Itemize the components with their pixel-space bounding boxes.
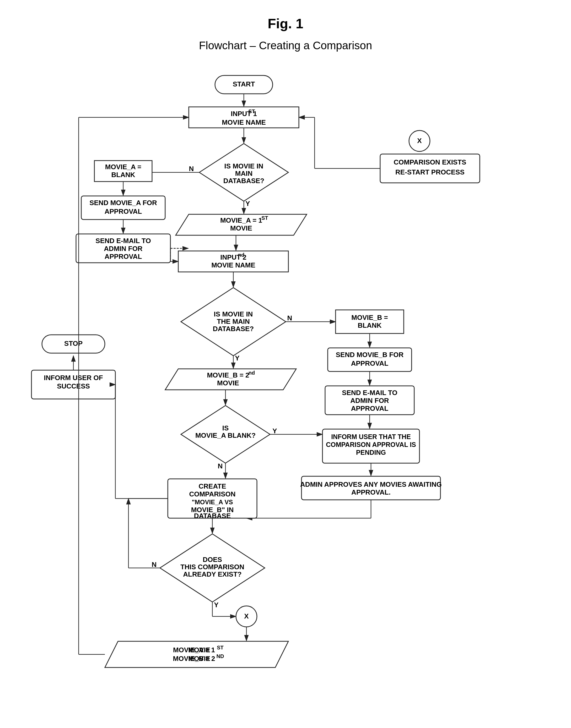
svg-text:ADMIN APPROVES ANY MOVIES AWAI: ADMIN APPROVES ANY MOVIES AWAITING (300, 480, 442, 488)
svg-rect-50 (328, 348, 412, 372)
page-title: Fig. 1 (0, 0, 571, 39)
svg-text:MOVIE_A = 1: MOVIE_A = 1 (173, 646, 215, 654)
svg-text:ALREADY EXIST?: ALREADY EXIST? (183, 570, 241, 578)
svg-text:START: START (233, 80, 255, 88)
svg-text:THIS COMPARISON: THIS COMPARISON (181, 563, 244, 571)
svg-rect-19 (81, 196, 165, 220)
svg-rect-4 (189, 107, 299, 128)
svg-marker-61 (165, 369, 296, 390)
svg-text:"MOVIE_A VS: "MOVIE_A VS (192, 498, 233, 505)
svg-text:N: N (152, 561, 157, 568)
svg-text:MOVIE_A = 1: MOVIE_A = 1 (220, 216, 262, 224)
svg-text:MOVIE NAME: MOVIE NAME (211, 261, 255, 269)
svg-text:IS MOVIE IN: IS MOVIE IN (224, 162, 263, 170)
svg-text:N: N (189, 165, 194, 173)
svg-text:COMPARISON APPROVAL IS: COMPARISON APPROVAL IS (326, 441, 416, 448)
svg-text:Y: Y (245, 199, 250, 207)
svg-marker-30 (176, 214, 307, 235)
svg-text:SEND MOVIE_B FOR: SEND MOVIE_B FOR (336, 351, 404, 358)
svg-text:COMPARISON EXISTS: COMPARISON EXISTS (394, 158, 466, 166)
svg-text:COMPARISON: COMPARISON (189, 490, 235, 498)
svg-text:BLANK: BLANK (111, 171, 135, 179)
svg-text:MOVIE_B = 2: MOVIE_B = 2 (173, 654, 215, 663)
svg-text:MOVIE_B = 2: MOVIE_B = 2 (207, 371, 249, 379)
svg-text:SEND E-MAIL TO: SEND E-MAIL TO (342, 389, 397, 397)
svg-text:INPUT 2: INPUT 2 (220, 253, 246, 261)
svg-rect-1 (215, 76, 273, 94)
svg-text:ST: ST (217, 645, 224, 650)
svg-text:ADMIN FOR: ADMIN FOR (350, 397, 389, 405)
svg-text:APPROVAL.: APPROVAL. (351, 488, 390, 496)
svg-text:IS MOVIE IN: IS MOVIE IN (214, 310, 253, 318)
svg-text:MOVIE_B" IN: MOVIE_B" IN (191, 506, 234, 514)
svg-text:MOVIE: MOVIE (188, 646, 210, 654)
svg-marker-40 (181, 288, 286, 356)
svg-text:X: X (244, 612, 249, 620)
svg-text:ST: ST (261, 215, 268, 221)
svg-rect-23 (76, 234, 170, 263)
svg-text:PENDING: PENDING (356, 449, 386, 456)
svg-text:APPROVAL: APPROVAL (105, 207, 142, 215)
svg-text:INPUT 1: INPUT 1 (231, 110, 257, 118)
svg-text:APPROVAL: APPROVAL (351, 405, 388, 412)
svg-text:APPROVAL: APPROVAL (351, 359, 388, 367)
svg-text:IS: IS (222, 424, 229, 432)
svg-marker-93 (160, 534, 265, 602)
svg-text:nd: nd (238, 252, 244, 258)
svg-rect-15 (94, 161, 152, 181)
svg-text:DATABASE?: DATABASE? (223, 177, 264, 185)
svg-rect-54 (325, 386, 414, 415)
svg-text:MOVIE: MOVIE (188, 654, 210, 663)
svg-text:MAIN: MAIN (235, 169, 252, 177)
svg-text:X: X (417, 137, 422, 145)
svg-rect-126 (42, 335, 105, 353)
svg-text:Y: Y (214, 601, 218, 609)
svg-text:RE-START PROCESS: RE-START PROCESS (395, 168, 465, 176)
svg-rect-77 (302, 476, 440, 500)
svg-rect-86 (168, 479, 257, 518)
svg-text:MOVIE: MOVIE (217, 379, 239, 387)
svg-text:N: N (287, 314, 292, 322)
svg-text:DATABASE: DATABASE (194, 512, 231, 520)
svg-text:ADMIN FOR: ADMIN FOR (104, 245, 143, 253)
svg-text:MOVIE: MOVIE (230, 224, 252, 232)
svg-text:Y: Y (235, 354, 239, 362)
svg-text:CREATE: CREATE (199, 482, 226, 490)
svg-text:INFORM USER OF: INFORM USER OF (44, 374, 103, 382)
svg-rect-72 (323, 429, 420, 463)
svg-text:DOES: DOES (203, 556, 222, 564)
svg-point-114 (409, 130, 430, 151)
subtitle: Flowchart – Creating a Comparison (0, 39, 571, 52)
svg-text:INFORM USER THAT THE: INFORM USER THAT THE (331, 433, 411, 440)
svg-rect-46 (336, 310, 404, 333)
svg-point-104 (236, 606, 257, 627)
svg-text:nd: nd (248, 370, 255, 376)
svg-text:DATABASE?: DATABASE? (213, 325, 254, 333)
svg-text:APPROVAL: APPROVAL (105, 253, 142, 260)
svg-text:MOVIE_B =: MOVIE_B = (351, 314, 388, 321)
svg-text:THE MAIN: THE MAIN (217, 317, 250, 325)
svg-marker-66 (181, 406, 270, 463)
svg-rect-122 (31, 370, 115, 399)
svg-text:Y: Y (272, 427, 277, 435)
svg-text:ST: ST (248, 109, 255, 114)
svg-text:BLANK: BLANK (358, 321, 382, 329)
svg-marker-9 (199, 144, 289, 201)
svg-text:STOP: STOP (64, 339, 83, 347)
svg-text:SUCCESS: SUCCESS (57, 382, 90, 390)
svg-text:SEND E-MAIL TO: SEND E-MAIL TO (95, 237, 151, 245)
svg-text:MOVIE_A =: MOVIE_A = (105, 163, 141, 171)
svg-text:N: N (218, 462, 223, 470)
svg-text:MOVIE NAME: MOVIE NAME (222, 118, 266, 126)
svg-rect-116 (380, 154, 480, 183)
svg-text:ND: ND (217, 653, 224, 659)
svg-marker-107 (105, 641, 289, 668)
svg-text:MOVIE_A BLANK?: MOVIE_A BLANK? (195, 431, 256, 439)
svg-rect-35 (178, 251, 289, 272)
svg-text:SEND MOVIE_A FOR: SEND MOVIE_A FOR (89, 199, 157, 207)
